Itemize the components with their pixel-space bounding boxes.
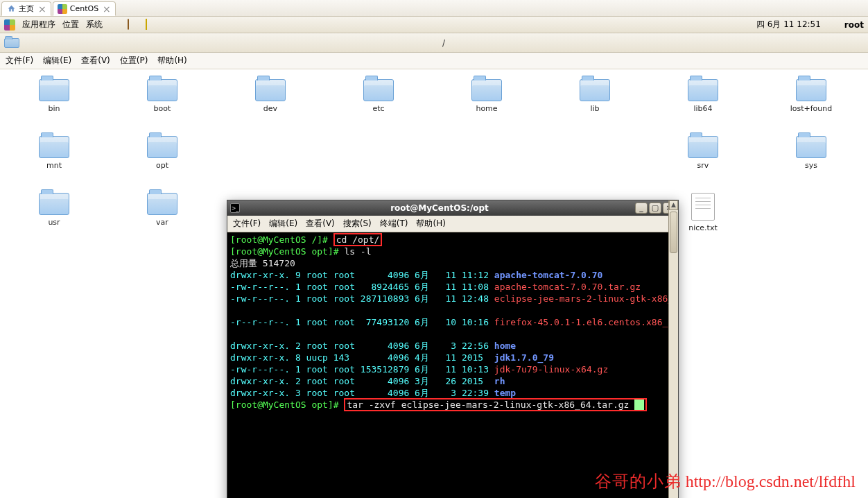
item-label: sys [805,161,817,170]
notes-icon[interactable] [146,19,157,31]
folder-icon [796,79,826,101]
folder-icon [580,79,610,101]
folder-icon [39,193,69,215]
folder-mnt[interactable]: mnt [0,136,108,193]
folder-lib[interactable]: lib [541,79,649,136]
fm-location-bar: / [0,33,868,53]
centos-icon [58,4,67,14]
terminal-icon: >_ [230,203,240,213]
item-label: boot [154,104,171,113]
fm-menu-view[interactable]: 查看(V) [81,55,110,67]
home-icon [6,4,16,14]
term-menu-file[interactable]: 文件(F) [233,218,261,230]
gnome-panel: 应用程序 位置 系统 四 6月 11 12:51 root [0,17,868,33]
folder-icon [688,136,718,158]
item-label: lib64 [693,104,712,113]
term-menu-terminal[interactable]: 终端(T) [380,218,408,230]
fm-location-path[interactable]: / [24,38,864,48]
term-menu-help[interactable]: 帮助(H) [416,218,445,230]
term-menu-search[interactable]: 搜索(S) [343,218,372,230]
fm-menu-places[interactable]: 位置(P) [120,55,148,67]
tab-centos[interactable]: CentOS × [53,1,116,16]
package-icon[interactable] [128,19,139,31]
fm-menu-file[interactable]: 文件(F) [6,55,33,67]
tab-home[interactable]: 主页 × [1,1,51,16]
folder-icon [471,79,502,101]
term-menu-view[interactable]: 查看(V) [306,218,335,230]
folder-icon [363,79,394,101]
terminal-window[interactable]: >_ root@MyCentOS:/opt _ ▢ × 文件(F) 编辑(E) … [227,200,679,498]
terminal-titlebar[interactable]: >_ root@MyCentOS:/opt _ ▢ × [227,200,678,216]
scroll-up-button[interactable]: ▲ [669,200,678,210]
folder-opt[interactable]: opt [108,136,216,193]
terminal-title: root@MyCentOS:/opt [244,203,635,213]
folder-icon [147,79,177,101]
folder-var[interactable]: var [108,193,216,250]
scroll-thumb[interactable] [670,212,677,253]
centos-icon [4,19,15,31]
panel-menu-system[interactable]: 系统 [86,19,103,31]
item-label: var [156,218,168,227]
close-icon[interactable]: × [37,4,46,14]
folder-etc[interactable]: etc [324,79,433,136]
panel-menu-places[interactable]: 位置 [62,19,79,31]
close-icon[interactable]: × [101,4,111,14]
maximize-button[interactable]: ▢ [649,203,661,214]
fm-menu-edit[interactable]: 编辑(E) [43,55,71,67]
folder-bin[interactable]: bin [0,79,108,136]
folder-home[interactable]: home [433,79,541,136]
folder-icon [147,193,177,215]
item-label: etc [372,104,384,113]
item-label: srv [697,161,709,170]
panel-menu-applications[interactable]: 应用程序 [22,19,55,31]
folder-usr[interactable]: usr [0,193,108,250]
item-label: home [476,104,497,113]
folder-icon [688,79,718,101]
firefox-icon[interactable] [110,19,121,31]
folder-icon [255,79,286,101]
folder-icon[interactable] [4,38,19,48]
tab-label: CentOS [70,4,98,13]
watermark-name: 谷哥的小弟 [595,472,682,490]
folder-boot[interactable]: boot [108,79,216,136]
tab-label: 主页 [19,3,34,14]
fm-menubar: 文件(F) 编辑(E) 查看(V) 位置(P) 帮助(H) [0,53,868,69]
item-label: lost+found [790,104,833,113]
minimize-button[interactable]: _ [635,203,648,214]
item-label: bin [48,104,60,113]
folder-icon [39,136,69,158]
text-file-icon [691,193,715,221]
term-menu-edit[interactable]: 编辑(E) [269,218,297,230]
folder-icon [796,136,826,158]
folder-dev[interactable]: dev [216,79,324,136]
terminal-body[interactable]: [root@MyCentOS /]# cd /opt/ [root@MyCent… [227,232,678,498]
panel-user[interactable]: root [844,20,864,30]
item-label: mnt [46,161,62,170]
panel-clock[interactable]: 四 6月 11 12:51 [756,19,821,31]
browser-tabstrip: 主页 × CentOS × [0,0,868,17]
folder-sys[interactable]: sys [757,136,865,193]
fm-menu-help[interactable]: 帮助(H) [157,55,186,67]
item-label: lib [590,104,599,113]
fm-icon-view: binbootdevetchomeliblib64lost+foundmntop… [0,69,868,458]
folder-lost+found[interactable]: lost+found [757,79,865,136]
folder-icon [39,79,69,101]
item-label: nice.txt [688,223,717,232]
terminal-scrollbar[interactable]: ▲ ▼ [668,200,678,498]
folder-srv[interactable]: srv [649,136,757,193]
terminal-menubar: 文件(F) 编辑(E) 查看(V) 搜索(S) 终端(T) 帮助(H) [227,216,678,232]
item-label: opt [156,161,168,170]
item-label: usr [48,218,60,227]
item-label: dev [263,104,277,113]
watermark: 谷哥的小弟 http://blog.csdn.net/lfdfhl [595,470,856,492]
watermark-url: http://blog.csdn.net/lfdfhl [686,472,856,490]
folder-lib64[interactable]: lib64 [649,79,757,136]
folder-icon [147,136,177,158]
